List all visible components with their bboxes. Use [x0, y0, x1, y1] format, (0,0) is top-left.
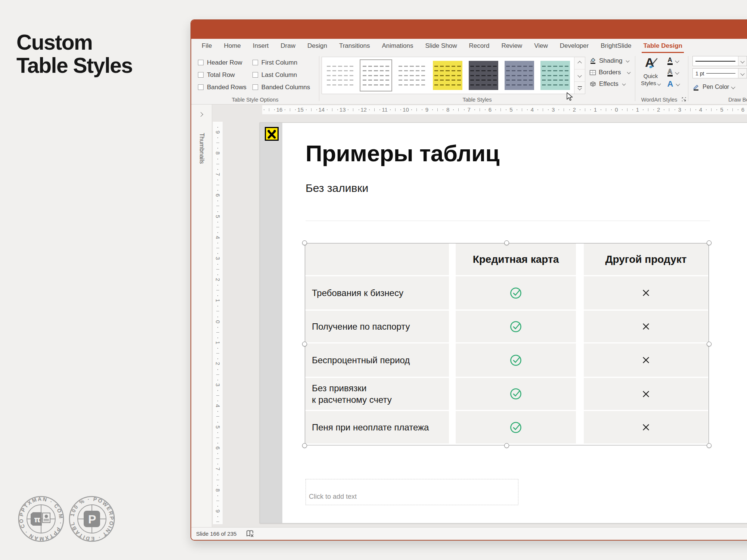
- resize-handle-middle-right[interactable]: [707, 342, 712, 346]
- checkbox-header-row[interactable]: Header Row: [198, 57, 247, 68]
- chevron-down-icon: [627, 71, 630, 74]
- table-header-2[interactable]: Другой продукт: [584, 243, 708, 276]
- resize-handle-bottom-left[interactable]: [302, 443, 307, 448]
- tab-home[interactable]: Home: [218, 39, 247, 53]
- group-table-style-options: Header RowTotal RowBanded RowsFirst Colu…: [191, 53, 319, 104]
- ruler-number: 6: [489, 106, 492, 113]
- text-fill-button[interactable]: A: [666, 55, 679, 66]
- tab-file[interactable]: File: [196, 39, 218, 53]
- tab-draw[interactable]: Draw: [275, 39, 301, 53]
- dropdown-arrow-button[interactable]: [738, 69, 747, 78]
- checkbox-box[interactable]: [198, 84, 204, 90]
- text-outline-button[interactable]: A: [666, 66, 679, 78]
- cross-icon: [642, 289, 650, 297]
- slide-number-indicator[interactable]: Slide 166 of 235: [196, 531, 236, 537]
- tab-developer[interactable]: Developer: [554, 39, 595, 53]
- text-effects-button[interactable]: A: [666, 78, 679, 90]
- checkbox-banded-columns[interactable]: Banded Columns: [252, 82, 310, 92]
- tab-insert[interactable]: Insert: [247, 39, 275, 53]
- pen-weight-dropdown[interactable]: 1 pt: [692, 68, 747, 78]
- checkbox-box[interactable]: [252, 84, 258, 90]
- tab-table-design[interactable]: Table Design: [637, 39, 688, 53]
- slide-table: Кредитная картаДругой продуктТребования …: [305, 243, 708, 444]
- table-row-label[interactable]: Требования к бизнесу: [305, 276, 449, 311]
- gallery-more-button[interactable]: [574, 82, 585, 94]
- table-style-light-1[interactable]: [324, 59, 356, 91]
- resize-handle-bottom-center[interactable]: [504, 443, 509, 448]
- checkbox-last-column[interactable]: Last Column: [252, 70, 310, 80]
- quick-styles-button[interactable]: A Quick Styles: [637, 55, 664, 87]
- effects-button[interactable]: Effects: [589, 78, 635, 90]
- dropdown-arrow-button[interactable]: [738, 56, 747, 66]
- ruler-number: 4: [531, 106, 534, 113]
- gallery-scroll-down-button[interactable]: [574, 69, 585, 82]
- pen-color-button[interactable]: Pen Color: [692, 81, 735, 93]
- tab-view[interactable]: View: [528, 39, 554, 53]
- pen-style-dropdown[interactable]: [692, 56, 747, 66]
- table-cell-cross[interactable]: [584, 378, 708, 411]
- table-style-dark-gray[interactable]: [467, 59, 500, 91]
- table-cell-cross[interactable]: [584, 276, 708, 311]
- dialog-launcher-icon[interactable]: [682, 97, 686, 102]
- table-style-teal[interactable]: [539, 59, 571, 91]
- table-style-yellow[interactable]: [431, 59, 464, 91]
- table-cell-cross[interactable]: [584, 343, 708, 378]
- ruler-number: 0: [215, 320, 221, 323]
- chevron-down-icon: [577, 73, 582, 77]
- borders-button[interactable]: Borders: [589, 66, 635, 78]
- table-row-label[interactable]: Без привязки к расчетному счету: [305, 378, 449, 411]
- resize-handle-top-right[interactable]: [707, 240, 712, 245]
- table-style-light-2-selected[interactable]: [360, 59, 392, 91]
- tab-slide-show[interactable]: Slide Show: [419, 39, 463, 53]
- shading-button[interactable]: Shading: [589, 55, 635, 66]
- table-cell-check[interactable]: [456, 311, 576, 343]
- table-row-label[interactable]: Получение по паспорту: [305, 311, 449, 343]
- resize-handle-bottom-right[interactable]: [707, 443, 712, 448]
- tab-design[interactable]: Design: [301, 39, 333, 53]
- tab-review[interactable]: Review: [495, 39, 528, 53]
- table-selection-box[interactable]: Кредитная картаДругой продуктТребования …: [305, 243, 709, 445]
- chevron-down-icon: [626, 59, 630, 63]
- gallery-scroll-up-button[interactable]: [574, 57, 585, 69]
- ruler-number: 11: [382, 106, 388, 113]
- tab-brightslide[interactable]: BrightSlide: [595, 39, 637, 53]
- table-cell-check[interactable]: [456, 276, 576, 311]
- checkbox-box[interactable]: [252, 72, 258, 78]
- tab-transitions[interactable]: Transitions: [333, 39, 376, 53]
- checkbox-total-row[interactable]: Total Row: [198, 70, 247, 80]
- table-cell-check[interactable]: [456, 378, 576, 411]
- table-header-empty[interactable]: [305, 243, 449, 276]
- resize-handle-top-center[interactable]: [504, 240, 509, 245]
- checkbox-banded-rows[interactable]: Banded Rows: [198, 82, 247, 92]
- table-cell-cross[interactable]: [584, 311, 708, 343]
- tab-animations[interactable]: Animations: [376, 39, 419, 53]
- body-text-placeholder[interactable]: Click to add text: [306, 479, 518, 505]
- ruler-number: 13: [340, 106, 346, 113]
- thumbnails-panel-collapsed[interactable]: Thumbnails: [191, 105, 212, 528]
- slide-canvas[interactable]: Примеры таблиц Без заливки Кредитная кар…: [260, 122, 747, 523]
- checkbox-box[interactable]: [252, 60, 258, 65]
- expand-thumbnails-chevron-icon[interactable]: [198, 112, 203, 117]
- table-header-1[interactable]: Кредитная карта: [456, 243, 576, 276]
- slide-subtitle[interactable]: Без заливки: [306, 182, 368, 195]
- title-bar[interactable]: [191, 20, 747, 39]
- table-cell-check[interactable]: [456, 411, 576, 444]
- table-style-blue-gray[interactable]: [503, 59, 536, 91]
- ruler-number: 2: [215, 278, 221, 281]
- spelling-check-icon[interactable]: [246, 530, 254, 538]
- table-row-label[interactable]: Пеня при неоплате платежа: [305, 411, 449, 444]
- checkbox-box[interactable]: [198, 72, 204, 78]
- slide-title[interactable]: Примеры таблиц: [306, 140, 499, 167]
- resize-handle-middle-left[interactable]: [302, 342, 307, 346]
- checkbox-box[interactable]: [198, 60, 204, 65]
- group-table-styles: Shading Borders Effects Table Styles: [319, 53, 635, 104]
- table-cell-check[interactable]: [456, 343, 576, 378]
- tab-record[interactable]: Record: [463, 39, 496, 53]
- table-row-label[interactable]: Беспроцентный период: [305, 343, 449, 378]
- checkbox-first-column[interactable]: First Column: [252, 57, 310, 68]
- table-cell-cross[interactable]: [584, 411, 708, 444]
- svg-text:A: A: [667, 79, 673, 88]
- ruler-number: 9: [425, 106, 428, 113]
- resize-handle-top-left[interactable]: [302, 240, 307, 245]
- table-style-no-fill[interactable]: [396, 59, 428, 91]
